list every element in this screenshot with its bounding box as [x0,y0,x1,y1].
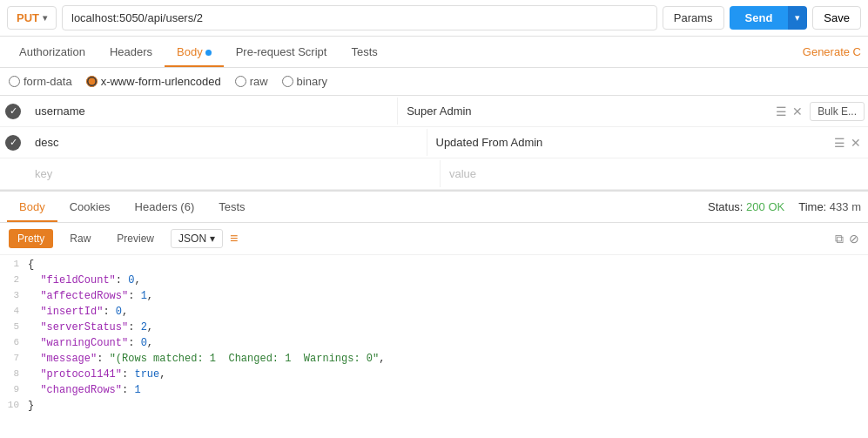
code-line-8: 8 "protocol141": true, [0,368,868,384]
method-selector[interactable]: PUT ▾ [7,6,57,30]
wrap-icon[interactable]: ≡ [230,231,238,246]
field-key-desc[interactable] [26,129,427,156]
check-icon-username: ✓ [5,104,21,119]
field-row-empty [0,158,868,190]
field-row-username: ✓ ☰ ✕ Bulk E... [0,96,868,127]
body-tab-dot [205,50,212,56]
method-label: PUT [17,11,39,24]
code-line-5: 5 "serverStatus": 2, [0,321,868,337]
view-preview-button[interactable]: Preview [107,228,164,249]
menu-icon-username[interactable]: ☰ [776,104,787,118]
body-options: form-data x-www-form-urlencoded raw bina… [0,68,868,96]
check-icon-desc: ✓ [5,135,21,151]
field-value-empty[interactable] [441,160,854,187]
generate-code-link[interactable]: Generate C [803,45,861,58]
save-button[interactable]: Save [812,6,861,30]
option-urlencoded[interactable]: x-www-form-urlencoded [86,75,221,88]
top-bar: PUT ▾ Params Send ▾ Save [0,0,868,37]
delete-icon-desc[interactable]: ✕ [851,136,861,150]
time-value: 433 m [830,200,861,213]
option-form-data[interactable]: form-data [9,75,72,88]
field-value-desc[interactable] [427,129,828,156]
code-line-9: 9 "changedRows": 1 [0,384,868,400]
option-binary[interactable]: binary [282,75,327,88]
option-raw[interactable]: raw [235,75,268,88]
response-status: Status: 200 OK Time: 433 m [708,200,861,213]
resp-tab-cookies[interactable]: Cookies [57,192,123,222]
status-label: Status: 200 OK [708,200,784,213]
send-group: Send ▾ [730,6,808,30]
format-selector[interactable]: JSON ▾ [171,229,223,248]
send-button[interactable]: Send [730,6,789,30]
time-label: Time: 433 m [798,200,861,213]
view-raw-button[interactable]: Raw [60,228,100,249]
resp-tab-body[interactable]: Body [7,192,57,222]
code-area: 1 { 2 "fieldCount": 0, 3 "affectedRows":… [0,255,868,419]
field-check-username[interactable]: ✓ [0,104,26,119]
send-dropdown-button[interactable]: ▾ [788,6,807,30]
response-actions: ⧉ ⊘ [835,232,859,246]
code-line-3: 3 "affectedRows": 1, [0,290,868,306]
field-value-username[interactable] [398,98,769,125]
response-toolbar: Pretty Raw Preview JSON ▾ ≡ ⧉ ⊘ [0,223,868,255]
resp-tab-tests[interactable]: Tests [206,192,257,222]
code-line-2: 2 "fieldCount": 0, [0,274,868,290]
method-chevron: ▾ [43,13,47,23]
bulk-edit-button[interactable]: Bulk E... [810,102,865,121]
url-input[interactable] [62,5,657,30]
field-row-desc: ✓ ☰ ✕ [0,127,868,158]
resp-tab-headers[interactable]: Headers (6) [123,192,207,222]
code-line-10: 10 } [0,400,868,415]
clear-icon[interactable]: ⊘ [849,232,859,246]
view-pretty-button[interactable]: Pretty [9,229,53,248]
code-line-6: 6 "warningCount": 0, [0,337,868,353]
tab-authorization[interactable]: Authorization [7,37,98,67]
status-value: 200 OK [746,200,784,213]
field-actions-username: ☰ ✕ [769,104,810,118]
delete-icon-username[interactable]: ✕ [792,104,803,118]
field-actions-desc: ☰ ✕ [827,136,868,150]
field-key-empty[interactable] [26,160,441,187]
tab-pre-request[interactable]: Pre-request Script [224,37,340,67]
copy-icon[interactable]: ⧉ [835,232,844,246]
code-line-4: 4 "insertId": 0, [0,306,868,321]
menu-icon-desc[interactable]: ☰ [834,136,845,150]
form-fields: ✓ ☰ ✕ Bulk E... ✓ ☰ ✕ [0,96,868,190]
code-line-7: 7 "message": "(Rows matched: 1 Changed: … [0,353,868,368]
params-button[interactable]: Params [663,6,724,30]
tab-headers[interactable]: Headers [98,37,165,67]
tab-body[interactable]: Body [165,37,224,67]
request-tabs: Authorization Headers Body Pre-request S… [0,37,868,68]
field-check-desc[interactable]: ✓ [0,135,26,151]
code-line-1: 1 { [0,259,868,274]
format-chevron: ▾ [210,232,215,245]
field-key-username[interactable] [26,98,398,125]
tab-tests[interactable]: Tests [339,37,389,67]
response-tabs-row: Body Cookies Headers (6) Tests Status: 2… [0,192,868,223]
format-label: JSON [178,232,206,245]
response-section: Body Cookies Headers (6) Tests Status: 2… [0,190,868,419]
